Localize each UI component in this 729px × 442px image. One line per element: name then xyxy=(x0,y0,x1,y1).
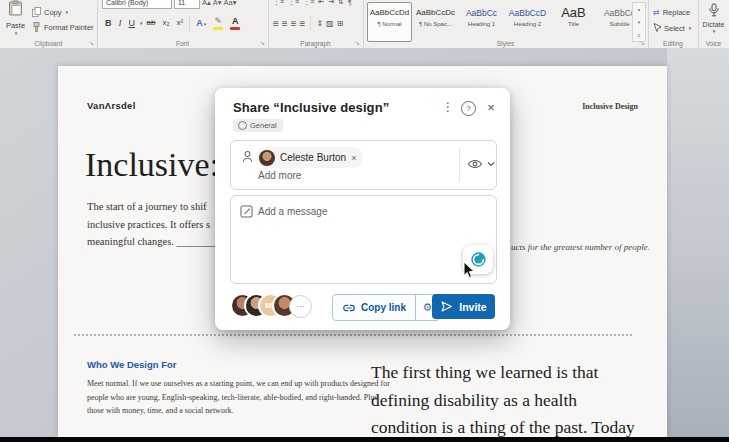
shrink-font-button[interactable]: A▾ xyxy=(213,0,222,7)
who-line: people who are young, English-speaking, … xyxy=(87,391,390,405)
highlight-button[interactable]: ✎ xyxy=(210,15,226,31)
permissions-dropdown[interactable] xyxy=(467,157,495,171)
line-spacing-button[interactable]: ⇕ xyxy=(316,19,323,28)
subscript-button[interactable]: x₂ xyxy=(159,17,172,29)
text-effects-button[interactable]: A▾ xyxy=(193,17,209,30)
font-size-combobox[interactable]: 11 xyxy=(174,0,200,9)
close-icon[interactable]: × xyxy=(485,101,497,114)
intro-line: meaningful changes. _________ xyxy=(87,233,224,251)
align-center-button[interactable]: ≡ xyxy=(282,18,288,29)
grow-font-button[interactable]: A▴ xyxy=(202,0,211,7)
dictate-label: Dictate xyxy=(698,21,729,28)
copy-label: Copy xyxy=(44,8,62,17)
sensitivity-label-badge[interactable]: General xyxy=(233,119,283,132)
format-painter-button[interactable]: Format Painter xyxy=(32,22,94,32)
quote-fragment: ucts for the greatest number of people. xyxy=(511,242,650,252)
styles-dialog-launcher-icon[interactable]: ↘ xyxy=(640,39,645,46)
shading-button[interactable]: ▨ xyxy=(326,19,334,28)
select-button[interactable]: Select▾ xyxy=(653,23,691,33)
replace-button[interactable]: ⇄ Replace xyxy=(653,8,690,17)
italic-button[interactable]: I xyxy=(116,17,125,29)
help-icon: ? xyxy=(461,101,476,116)
font-color-button[interactable]: A xyxy=(227,15,243,31)
help-button[interactable]: ? xyxy=(461,101,476,116)
style-preview: AaBbCcDc xyxy=(414,3,457,21)
style-preview: AaBbCc xyxy=(460,3,503,21)
right-column-line: The first thing we learned is that xyxy=(371,359,635,387)
who-paragraph: Meet normal. If we use ourselves as a st… xyxy=(87,377,390,418)
paste-dropdown-icon[interactable]: ▾ xyxy=(3,30,29,36)
sort-button[interactable]: ⇅ xyxy=(338,0,344,6)
paste-label: Paste xyxy=(2,21,29,30)
style-name: Title xyxy=(552,21,595,27)
styles-scroll-up-icon[interactable]: ▴ xyxy=(638,6,641,12)
invite-label: Invite xyxy=(459,301,486,313)
outdent-button[interactable]: ⇤ xyxy=(318,0,324,6)
text-effects-icon: A xyxy=(196,18,203,28)
field-divider xyxy=(459,148,460,182)
underline-button[interactable]: U xyxy=(126,17,139,29)
style-no-spacing[interactable]: AaBbCcDc ¶ No Spac... xyxy=(413,2,458,42)
recipient-chip[interactable]: Celeste Burton × xyxy=(257,147,363,168)
bottom-black-bar xyxy=(0,437,729,442)
ribbon-group-voice: Dictate ▾ Voice xyxy=(698,0,729,48)
dotted-divider xyxy=(74,334,632,336)
style-title[interactable]: AaB Title xyxy=(551,2,596,42)
paste-button[interactable]: Paste ▾ xyxy=(2,0,29,35)
style-name: Heading 2 xyxy=(506,21,549,27)
mouse-cursor xyxy=(463,261,476,279)
chevron-down-icon xyxy=(487,161,495,167)
font-dialog-launcher-icon[interactable]: ↘ xyxy=(260,39,265,46)
highlight-icon: ✎ xyxy=(214,16,222,26)
style-preview: AaBbCcD xyxy=(506,3,549,21)
ribbon-group-editing: ⇄ Replace Select▾ Editing xyxy=(648,0,699,48)
dictate-button[interactable]: Dictate ▾ xyxy=(698,3,729,34)
remove-recipient-icon[interactable]: × xyxy=(351,153,356,163)
replace-label: Replace xyxy=(663,8,691,17)
invite-button[interactable]: Invite xyxy=(432,294,495,319)
multilevel-list-button[interactable]: ⋮≡ xyxy=(303,0,314,6)
borders-button[interactable]: ⊞ xyxy=(337,19,344,28)
select-label: Select xyxy=(664,24,685,33)
more-options-icon[interactable]: ⋮ xyxy=(442,101,452,114)
styles-gallery-scrollbar[interactable]: ▴ ▾ ≡ xyxy=(632,2,646,42)
ribbon-group-clipboard: Paste ▾ Copy▾ Format Painter Clipboard ↘ xyxy=(0,0,98,48)
document-heading: Inclusive: xyxy=(85,146,219,184)
avatar-overflow-button[interactable]: ··· xyxy=(289,295,312,318)
page-header-right: Inclusive Design xyxy=(518,102,638,111)
bullets-button[interactable]: ⋮≡ xyxy=(273,0,284,6)
show-marks-button[interactable]: ¶ xyxy=(348,0,352,6)
change-case-button[interactable]: Aa▾ xyxy=(224,0,237,7)
bold-button[interactable]: B xyxy=(102,17,115,29)
indent-button[interactable]: ⇥ xyxy=(328,0,334,6)
message-placeholder: Add a message xyxy=(258,206,328,217)
add-more-input[interactable]: Add more xyxy=(258,170,301,181)
format-painter-icon xyxy=(32,22,41,32)
copy-button[interactable]: Copy▾ xyxy=(32,7,68,17)
strikethrough-button[interactable]: ab xyxy=(144,17,159,29)
clipboard-dialog-launcher-icon[interactable]: ↘ xyxy=(89,39,94,46)
underline-dropdown-icon[interactable]: ▾ xyxy=(140,20,143,26)
sensitivity-label-text: General xyxy=(250,121,277,130)
copy-link-button[interactable]: Copy link xyxy=(333,295,415,320)
justify-button[interactable]: ≡ xyxy=(300,18,306,29)
style-name: ¶ No Spac... xyxy=(414,21,457,27)
styles-scroll-down-icon[interactable]: ▾ xyxy=(638,19,641,25)
canvas-right-gradient xyxy=(667,48,729,437)
paragraph-dialog-launcher-icon[interactable]: ↘ xyxy=(355,39,360,46)
align-right-button[interactable]: ≡ xyxy=(291,18,297,29)
message-field[interactable]: Add a message xyxy=(230,195,497,284)
ribbon-group-font: Calibri (Body) 11 A▴ A▾ Aa▾ B I U▾ ab x₂… xyxy=(97,0,269,48)
copy-link-split-button[interactable]: Copy link ⚙ xyxy=(332,294,440,321)
align-left-button[interactable]: ≡ xyxy=(273,18,279,29)
recipients-field[interactable]: Celeste Burton × Add more xyxy=(230,140,497,190)
superscript-button[interactable]: x² xyxy=(174,17,187,29)
numbering-button[interactable]: ⋮≡ xyxy=(288,0,299,6)
send-icon xyxy=(440,300,453,313)
style-preview: AaB xyxy=(552,3,595,21)
font-name-combobox[interactable]: Calibri (Body) xyxy=(102,0,172,9)
style-heading-1[interactable]: AaBbCc Heading 1 xyxy=(459,2,504,42)
styles-more-icon[interactable]: ≡ xyxy=(638,32,641,38)
style-normal[interactable]: AaBbCcDd ¶ Normal xyxy=(367,2,412,42)
style-heading-2[interactable]: AaBbCcD Heading 2 xyxy=(505,2,550,42)
